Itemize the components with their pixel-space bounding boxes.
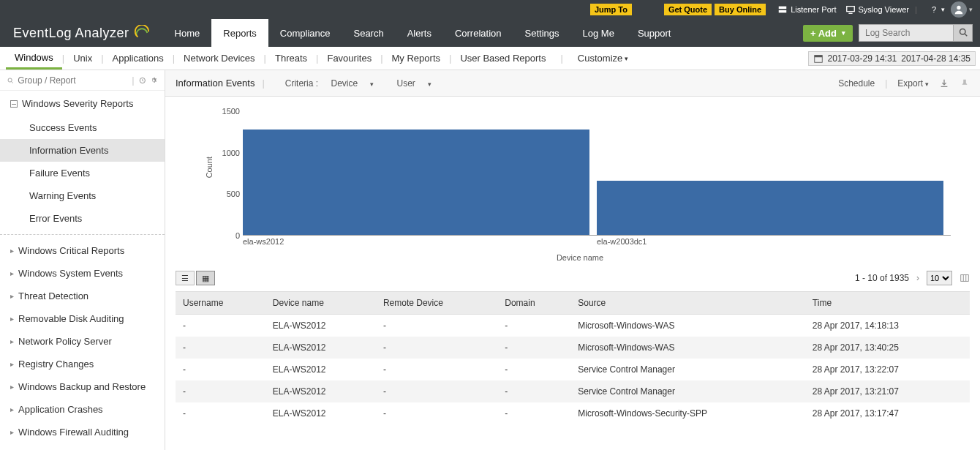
sidebar-cat-network-policy-server[interactable]: ▸Network Policy Server bbox=[0, 330, 165, 353]
col-domain[interactable]: Domain bbox=[497, 292, 570, 315]
date-to: 2017-04-28 14:35 bbox=[901, 53, 970, 64]
sidebar: | Windows Severity Reports Success Event… bbox=[0, 70, 165, 450]
pagination-range: 1 - 10 of 1935 bbox=[855, 273, 909, 283]
collapse-icon bbox=[10, 100, 18, 108]
chart-plot[interactable] bbox=[243, 111, 951, 236]
svg-point-4 bbox=[957, 6, 960, 10]
subnav-user-based-reports[interactable]: User Based Reports bbox=[451, 47, 554, 70]
chart-area: Count 050010001500 ela-ws2012ela-w2003dc… bbox=[165, 97, 980, 265]
results-table: UsernameDevice nameRemote DeviceDomainSo… bbox=[176, 291, 970, 424]
criteria-user[interactable]: User▾ bbox=[397, 78, 442, 89]
sidebar-item-information-events[interactable]: Information Events bbox=[0, 139, 165, 162]
sidebar-cat-application-crashes[interactable]: ▸Application Crashes bbox=[0, 398, 165, 421]
jump-to-link[interactable]: Jump To bbox=[590, 4, 632, 15]
schedule-link[interactable]: Schedule bbox=[838, 78, 875, 89]
main-nav: HomeReportsComplianceSearchAlertsCorrela… bbox=[163, 19, 803, 47]
view-grid-button[interactable]: ▦ bbox=[196, 271, 215, 285]
listener-port-link[interactable]: Listener Port bbox=[777, 4, 836, 15]
table-row[interactable]: -ELA-WS2012--Microsoft-Windows-Security-… bbox=[176, 402, 970, 424]
nav-compliance[interactable]: Compliance bbox=[268, 19, 342, 47]
content: Information Events | Criteria : Device▾ … bbox=[165, 70, 980, 450]
customize-link[interactable]: Customize▾ bbox=[569, 47, 637, 70]
log-search-button[interactable] bbox=[954, 24, 973, 42]
page-size-select[interactable]: 10 bbox=[927, 271, 952, 285]
subnav-network-devices[interactable]: Network Devices bbox=[175, 47, 264, 70]
nav-search[interactable]: Search bbox=[342, 19, 395, 47]
nav-home[interactable]: Home bbox=[163, 19, 212, 47]
subnav-favourites[interactable]: Favourites bbox=[318, 47, 380, 70]
nav-support[interactable]: Support bbox=[626, 19, 683, 47]
user-menu[interactable] bbox=[951, 1, 967, 18]
columns-icon[interactable] bbox=[960, 273, 970, 283]
topbar: Jump To Get Quote Buy Online Listener Po… bbox=[0, 0, 980, 19]
sidebar-item-error-events[interactable]: Error Events bbox=[0, 207, 165, 230]
help-link[interactable]: ?▾ bbox=[932, 5, 945, 14]
svg-line-10 bbox=[12, 81, 13, 83]
table-toolbar: ☰ ▦ 1 - 10 of 1935 › 10 bbox=[176, 265, 970, 291]
sidebar-section-severity[interactable]: Windows Severity Reports bbox=[0, 91, 165, 116]
nav-log-me[interactable]: Log Me bbox=[571, 19, 626, 47]
nav-alerts[interactable]: Alerts bbox=[396, 19, 443, 47]
col-time[interactable]: Time bbox=[805, 292, 970, 315]
col-source[interactable]: Source bbox=[570, 292, 805, 315]
y-tick: 500 bbox=[227, 190, 240, 198]
sidebar-cat-removable-disk-auditing[interactable]: ▸Removable Disk Auditing bbox=[0, 307, 165, 330]
y-tick: 1500 bbox=[222, 107, 240, 116]
sub-nav: Windows|Unix|Applications|Network Device… bbox=[0, 47, 980, 70]
sidebar-cat-windows-system-events[interactable]: ▸Windows System Events bbox=[0, 262, 165, 285]
clock-icon[interactable] bbox=[139, 75, 146, 86]
syslog-viewer-link[interactable]: Syslog Viewer bbox=[845, 4, 910, 15]
subnav-threats[interactable]: Threats bbox=[266, 47, 316, 70]
chart-ylabel: Count bbox=[205, 157, 214, 178]
col-device-name[interactable]: Device name bbox=[265, 292, 376, 315]
search-icon bbox=[959, 28, 968, 37]
sidebar-cat-threat-detection[interactable]: ▸Threat Detection bbox=[0, 285, 165, 307]
svg-rect-1 bbox=[779, 10, 787, 13]
page-title: Information Events bbox=[176, 78, 255, 89]
date-range-picker[interactable]: 2017-03-29 14:31 2017-04-28 14:35 bbox=[808, 51, 976, 66]
sidebar-search-input[interactable] bbox=[18, 75, 127, 86]
sidebar-cat-windows-firewall-auditing[interactable]: ▸Windows Firewall Auditing bbox=[0, 421, 165, 443]
sidebar-cat-windows-critical-reports[interactable]: ▸Windows Critical Reports bbox=[0, 239, 165, 262]
sidebar-cat-threat-detection-from-antivirus[interactable]: ▸Threat Detection From Antivirus bbox=[0, 443, 165, 450]
buy-online-link[interactable]: Buy Online bbox=[715, 4, 766, 15]
col-username[interactable]: Username bbox=[176, 292, 265, 315]
nav-reports[interactable]: Reports bbox=[211, 19, 268, 47]
table-row[interactable]: -ELA-WS2012--Service Control Manager28 A… bbox=[176, 380, 970, 402]
get-quote-link[interactable]: Get Quote bbox=[664, 4, 712, 15]
gear-icon[interactable] bbox=[150, 75, 157, 86]
bar-ela-ws2012[interactable] bbox=[243, 130, 589, 235]
log-search-input[interactable] bbox=[859, 24, 954, 42]
nav-settings[interactable]: Settings bbox=[513, 19, 571, 47]
criteria-device[interactable]: Device▾ bbox=[331, 78, 384, 89]
sidebar-cat-windows-backup-and-restore[interactable]: ▸Windows Backup and Restore bbox=[0, 375, 165, 398]
table-row[interactable]: -ELA-WS2012--Microsoft-Windows-WAS28 Apr… bbox=[176, 315, 970, 337]
sidebar-item-success-events[interactable]: Success Events bbox=[0, 116, 165, 139]
nav-correlation[interactable]: Correlation bbox=[443, 19, 513, 47]
next-page-button[interactable]: › bbox=[916, 273, 919, 283]
add-button[interactable]: + Add▾ bbox=[803, 25, 853, 42]
sidebar-item-warning-events[interactable]: Warning Events bbox=[0, 184, 165, 207]
table-row[interactable]: -ELA-WS2012--Microsoft-Windows-WAS28 Apr… bbox=[176, 337, 970, 359]
content-header: Information Events | Criteria : Device▾ … bbox=[165, 70, 980, 97]
subnav-my-reports[interactable]: My Reports bbox=[383, 47, 449, 70]
bar-ela-w2003dc1[interactable] bbox=[597, 181, 943, 235]
monitor-icon bbox=[845, 4, 856, 15]
export-link[interactable]: Export▾ bbox=[897, 78, 929, 89]
chart-xlabel: Device name bbox=[557, 253, 603, 262]
download-icon[interactable] bbox=[939, 78, 949, 89]
subnav-unix[interactable]: Unix bbox=[64, 47, 101, 70]
svg-rect-2 bbox=[846, 7, 854, 12]
app-logo[interactable]: EventLog Analyzer bbox=[0, 25, 163, 41]
pin-icon[interactable] bbox=[960, 78, 970, 89]
svg-point-5 bbox=[960, 29, 965, 34]
svg-rect-8 bbox=[814, 55, 822, 57]
sidebar-cat-registry-changes[interactable]: ▸Registry Changes bbox=[0, 353, 165, 375]
subnav-windows[interactable]: Windows bbox=[6, 47, 62, 70]
view-list-button[interactable]: ☰ bbox=[176, 271, 195, 285]
col-remote-device[interactable]: Remote Device bbox=[376, 292, 497, 315]
sidebar-item-failure-events[interactable]: Failure Events bbox=[0, 162, 165, 184]
table-row[interactable]: -ELA-WS2012--Service Control Manager28 A… bbox=[176, 359, 970, 380]
user-icon bbox=[954, 4, 964, 15]
subnav-applications[interactable]: Applications bbox=[104, 47, 173, 70]
